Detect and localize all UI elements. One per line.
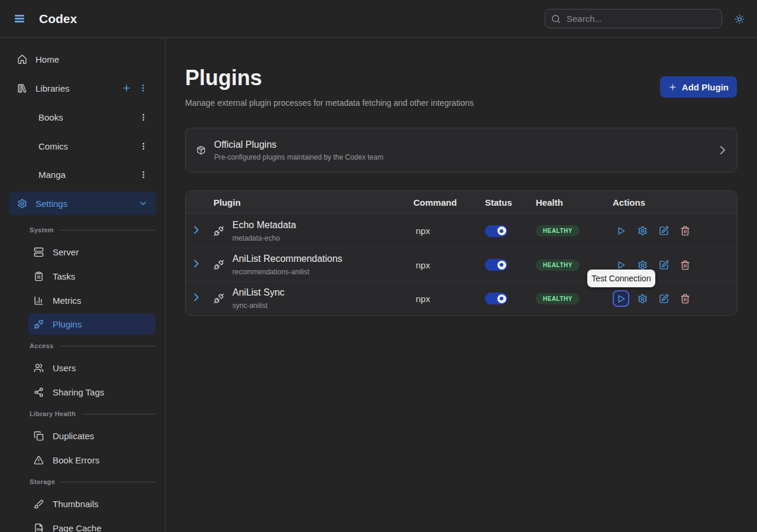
svg-text:PDF: PDF — [37, 528, 44, 531]
